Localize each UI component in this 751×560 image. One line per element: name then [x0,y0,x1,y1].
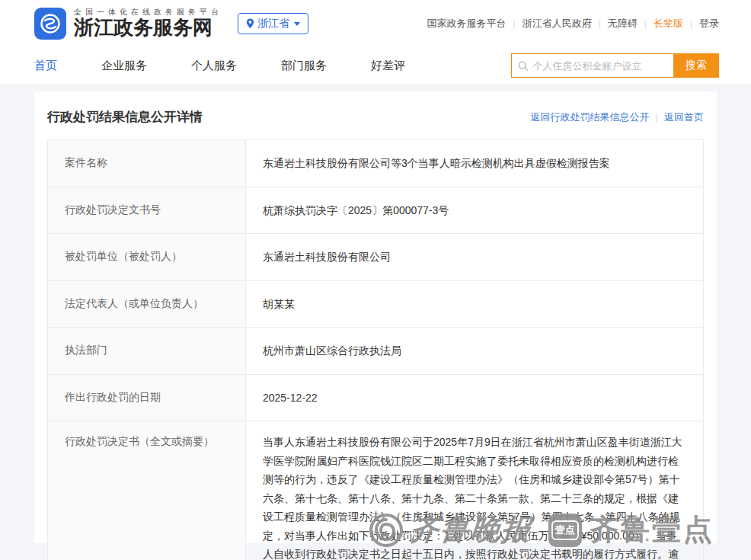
swirl-logo-glyph [39,12,62,35]
detail-card-header: 行政处罚结果信息公开详情 返回行政处罚结果信息公开 | 返回首页 [47,102,704,139]
row-value: 胡某某 [246,281,703,328]
search-icon [518,60,529,72]
row-label: 案件名称 [48,140,246,187]
row-label: 执法部门 [48,328,246,374]
region-selector-label: 浙江省 [257,17,289,30]
top-utility-links: 国家政务服务平台 | 浙江省人民政府 | 无障碍 | 长辈版 | 登录 [427,17,720,30]
row-value: 2025-12-22 [246,375,703,421]
nav-item-department-services[interactable]: 部门服务 [281,59,327,73]
site-name: 浙江政务服务网 [74,17,222,40]
back-to-home-link[interactable]: 返回首页 [664,110,704,124]
nav-item-personal-services[interactable]: 个人服务 [191,59,237,73]
link-elder-version[interactable]: 长辈版 [654,17,683,30]
table-row-punished-unit: 被处罚单位（被处罚人） 东通岩土科技股份有限公司 [48,234,703,281]
divider: | [599,18,601,29]
row-value: 东通岩土科技股份有限公司等3个当事人暗示检测机构出具虚假检测报告案 [246,140,703,187]
site-brand: 全国一体化在线政务服务平台 浙江政务服务网 [34,8,222,40]
back-to-penalty-list-link[interactable]: 返回行政处罚结果信息公开 [531,110,650,124]
table-row-case-name: 案件名称 东通岩土科技股份有限公司等3个当事人暗示检测机构出具虚假检测报告案 [48,140,703,187]
table-row-enforcement-department: 执法部门 杭州市萧山区综合行政执法局 [48,328,703,375]
link-login[interactable]: 登录 [699,17,719,30]
location-pin-icon [246,18,254,29]
brand-text: 全国一体化在线政务服务平台 浙江政务服务网 [74,8,222,40]
detail-card: 行政处罚结果信息公开详情 返回行政处罚结果信息公开 | 返回首页 案件名称 东通… [34,91,717,543]
table-row-document-number: 行政处罚决定文书号 杭萧综执罚决字〔2025〕第000077-3号 [48,187,703,235]
row-label: 被处罚单位（被处罚人） [48,234,246,280]
nav-item-home[interactable]: 首页 [34,59,57,73]
region-selector-button[interactable]: 浙江省 [238,13,308,34]
penalty-detail-table: 案件名称 东通岩土科技股份有限公司等3个当事人暗示检测机构出具虚假检测报告案 行… [47,139,704,560]
search-button[interactable]: 搜索 [673,53,719,78]
link-accessibility[interactable]: 无障碍 [608,17,638,30]
divider: | [656,111,658,123]
main-navbar: 首页 企业服务 个人服务 部门服务 好差评 搜索 [0,47,751,84]
search-area: 搜索 [511,53,719,78]
link-national-platform[interactable]: 国家政务服务平台 [427,17,507,30]
search-box [511,53,673,78]
row-label: 行政处罚决定书（全文或摘要） [48,421,246,560]
row-label: 法定代表人（或单位负责人） [48,281,246,328]
row-value: 当事人东通岩土科技股份有限公司于2025年7月9日在浙江省杭州市萧山区盈丰街道浙… [246,421,703,560]
row-value: 杭州市萧山区综合行政执法局 [246,328,703,374]
site-logo-icon [34,8,66,40]
top-header: 全国一体化在线政务服务平台 浙江政务服务网 浙江省 国家政务服务平台 | 浙江省… [0,0,751,47]
table-row-penalty-decision: 行政处罚决定书（全文或摘要） 当事人东通岩土科技股份有限公司于2025年7月9日… [48,421,703,560]
main-content-area: 行政处罚结果信息公开详情 返回行政处罚结果信息公开 | 返回首页 案件名称 东通… [0,84,751,560]
nav-items: 首页 企业服务 个人服务 部门服务 好差评 [34,59,449,73]
row-label: 作出行政处罚的日期 [48,375,246,421]
platform-tagline: 全国一体化在线政务服务平台 [74,8,222,17]
table-row-legal-representative: 法定代表人（或单位负责人） 胡某某 [48,281,703,328]
row-value: 东通岩土科技股份有限公司 [246,234,703,280]
page-title: 行政处罚结果信息公开详情 [47,108,203,126]
divider: | [513,18,516,29]
chevron-down-icon [294,22,300,26]
nav-item-enterprise-services[interactable]: 企业服务 [101,59,147,73]
divider: | [644,18,647,29]
back-links: 返回行政处罚结果信息公开 | 返回首页 [531,110,704,124]
nav-item-rating[interactable]: 好差评 [371,59,405,73]
table-row-penalty-date: 作出行政处罚的日期 2025-12-22 [48,375,703,422]
search-input[interactable] [533,60,668,72]
divider: | [690,18,692,29]
link-provincial-government[interactable]: 浙江省人民政府 [523,17,592,30]
row-value: 杭萧综执罚决字〔2025〕第000077-3号 [246,187,703,234]
row-label: 行政处罚决定文书号 [48,187,246,234]
